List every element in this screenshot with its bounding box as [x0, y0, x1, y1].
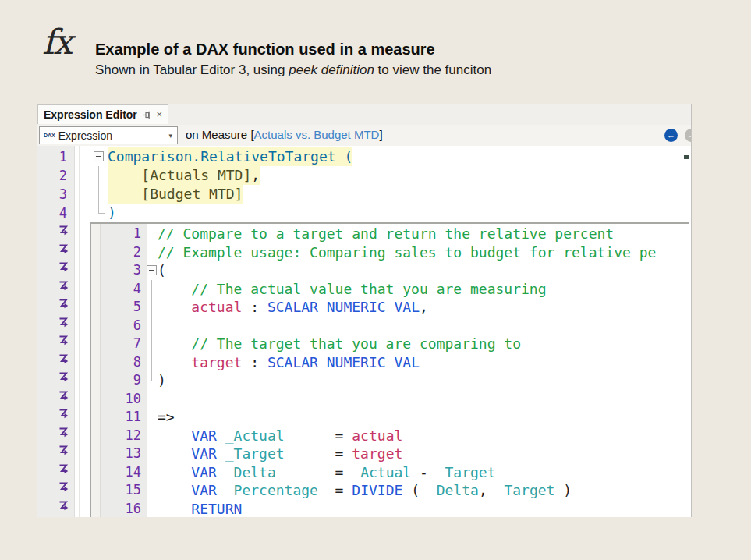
subtitle-italic: peek definition — [289, 62, 374, 77]
code-text: Comparison.RelativeToTarget ( — [108, 147, 352, 166]
tab-expression-editor[interactable]: Expression Editor × — [37, 104, 168, 124]
dax-badge-icon: DAX — [44, 133, 55, 138]
code-text: VAR _Target = target — [158, 445, 402, 463]
tab-label: Expression Editor — [44, 108, 137, 121]
dax-code-editor[interactable]: 1Comparison.RelativeToTarget (2 [Actuals… — [37, 146, 691, 517]
line-wrap-icon — [58, 353, 70, 365]
code-text: RETURN — [158, 500, 242, 518]
code-text: [Budget MTD] — [108, 185, 243, 204]
context-pre: on Measure [ — [186, 128, 254, 141]
peek-code-line: 1// Compare to a target and return the r… — [91, 225, 689, 243]
fold-scope-line — [151, 280, 152, 299]
fold-scope-line — [151, 335, 152, 353]
line-number: 1 — [101, 225, 141, 243]
line-wrap-icon — [58, 371, 70, 383]
line-number: 13 — [101, 445, 141, 463]
code-line: 1Comparison.RelativeToTarget ( — [37, 147, 691, 166]
line-number: 4 — [37, 204, 67, 222]
peek-code-line: 8 target : SCALAR NUMERIC VAL — [91, 353, 689, 372]
line-wrap-icon — [58, 280, 70, 292]
line-wrap-icon — [58, 261, 70, 273]
line-number: 2 — [37, 166, 67, 185]
line-number: 2 — [101, 243, 141, 262]
fold-scope-line — [151, 298, 152, 317]
peek-code-line: 15 VAR _Percentage = DIVIDE ( _Delta, _T… — [91, 481, 689, 500]
code-text: VAR _Percentage = DIVIDE ( _Delta, _Targ… — [158, 481, 572, 500]
pin-icon[interactable] — [142, 109, 152, 119]
line-number: 16 — [101, 500, 141, 518]
code-text: ) — [108, 204, 116, 222]
code-line: 4) — [37, 204, 691, 222]
fold-scope-line — [151, 317, 152, 335]
line-wrap-icon — [58, 500, 70, 512]
code-line: 2 [Actuals MTD], — [37, 166, 691, 185]
peek-code-line: 14 VAR _Delta = _Actual - _Target — [91, 463, 689, 482]
code-text: // Example usage: Comparing sales to bud… — [158, 243, 656, 262]
peek-code-line: 5 actual : SCALAR NUMERIC VAL, — [91, 298, 689, 317]
peek-code-line: 13 VAR _Target = target — [91, 445, 689, 463]
fold-scope-line — [98, 204, 105, 214]
dropdown-selected-value: Expression — [58, 129, 112, 142]
line-number: 7 — [101, 335, 141, 353]
line-number: 14 — [101, 463, 141, 482]
line-wrap-icon — [58, 481, 70, 493]
page: { "header": { "fx_glyph": "fx", "title":… — [0, 0, 751, 560]
subtitle-pre: Shown in Tabular Editor 3, using — [95, 62, 289, 77]
line-wrap-icon — [58, 408, 70, 420]
code-text: // The actual value that you are measuri… — [158, 280, 547, 299]
close-icon[interactable]: × — [156, 109, 162, 119]
peek-definition-window[interactable]: 1// Compare to a target and return the r… — [90, 222, 689, 517]
line-number: 3 — [37, 185, 67, 204]
context-post: ] — [379, 128, 382, 141]
code-text: target : SCALAR NUMERIC VAL — [158, 353, 420, 372]
line-number: 6 — [101, 317, 141, 335]
peek-code-line: 11=> — [91, 408, 689, 427]
line-wrap-icon — [58, 427, 70, 438]
measure-link[interactable]: Actuals vs. Budget MTD — [254, 128, 380, 141]
fold-scope-line — [98, 185, 99, 204]
page-title: Example of a DAX function used in a meas… — [95, 41, 435, 58]
code-text: VAR _Actual = actual — [158, 427, 402, 445]
line-number: 9 — [101, 371, 141, 390]
fold-scope-line — [151, 371, 158, 381]
line-number: 15 — [101, 481, 141, 500]
line-wrap-icon — [58, 317, 70, 328]
tab-bar: Expression Editor × — [37, 104, 691, 126]
code-text: // The target that you are comparing to — [158, 335, 521, 353]
peek-code-line: 9) — [91, 371, 689, 390]
expression-editor-panel: Expression Editor × DAX Expression ▾ on … — [37, 104, 692, 517]
line-number: 3 — [101, 261, 141, 280]
peek-code-line: 10 — [91, 390, 689, 409]
scroll-annotation-marker — [684, 155, 689, 159]
code-text: // Compare to a target and return the re… — [158, 225, 614, 243]
code-text: VAR _Delta = _Actual - _Target — [158, 463, 496, 482]
line-number: 8 — [101, 353, 141, 372]
line-wrap-icon — [58, 225, 70, 236]
line-number: 11 — [101, 408, 141, 427]
peek-code-line: 2// Example usage: Comparing sales to bu… — [91, 243, 689, 262]
line-wrap-icon — [58, 463, 70, 475]
fx-function-icon: fx — [42, 25, 71, 59]
code-text: actual : SCALAR NUMERIC VAL, — [158, 298, 428, 317]
peek-code-line: 6 — [91, 317, 689, 335]
code-text: ) — [158, 371, 166, 390]
peek-code-line: 7 // The target that you are comparing t… — [91, 335, 689, 353]
line-wrap-icon — [58, 298, 70, 310]
line-number: 1 — [37, 147, 67, 166]
fold-scope-line — [151, 353, 152, 372]
line-number: 10 — [101, 390, 141, 409]
code-text: [Actuals MTD], — [108, 166, 260, 185]
peek-code-line: 16 RETURN — [91, 500, 689, 518]
line-wrap-icon — [58, 390, 70, 402]
line-wrap-icon — [58, 445, 70, 456]
line-number: 12 — [101, 427, 141, 445]
fold-toggle-icon[interactable] — [147, 265, 157, 275]
page-subtitle: Shown in Tabular Editor 3, using peek de… — [95, 62, 491, 78]
navigate-back-button[interactable]: ← — [664, 129, 678, 142]
expression-type-dropdown[interactable]: DAX Expression ▾ — [39, 126, 178, 144]
peek-code-line: 4 // The actual value that you are measu… — [91, 280, 689, 299]
navigate-forward-button[interactable]: → — [685, 129, 692, 142]
fold-toggle-icon[interactable] — [94, 151, 104, 161]
editor-toolbar: DAX Expression ▾ on Measure [Actuals vs.… — [37, 125, 691, 147]
subtitle-post: to view the funciton — [374, 62, 491, 77]
